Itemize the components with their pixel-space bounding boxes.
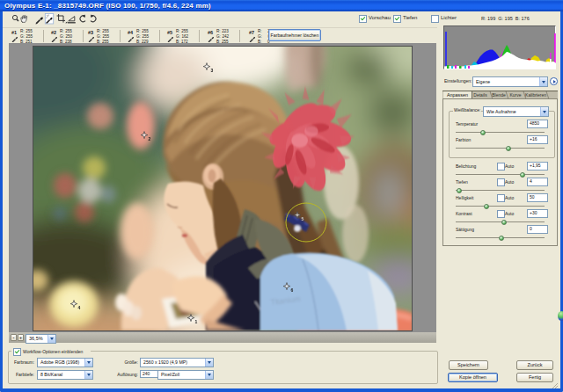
svg-text:1: 1	[195, 319, 198, 324]
svg-text:6: 6	[291, 287, 294, 293]
svg-text:5: 5	[302, 216, 304, 221]
svg-text:2: 2	[149, 136, 151, 142]
svg-text:4: 4	[78, 305, 81, 310]
svg-text:3: 3	[211, 68, 214, 73]
